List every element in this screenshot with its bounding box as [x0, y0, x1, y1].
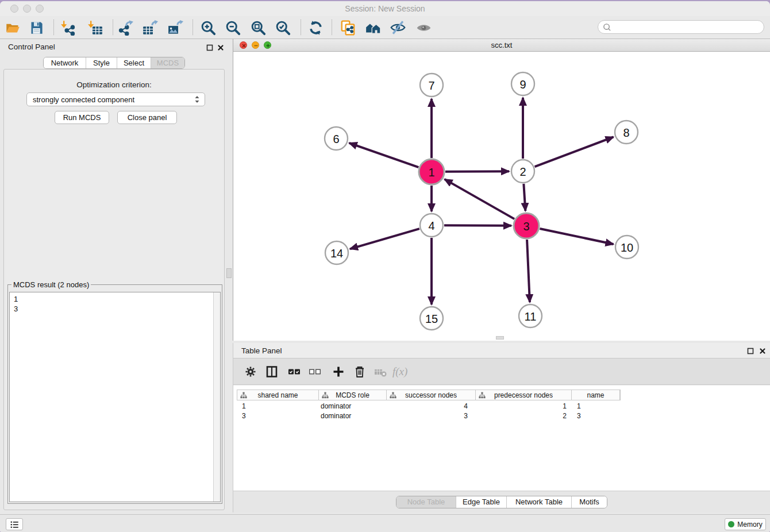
graph-edge-2-3[interactable]: [523, 184, 525, 211]
graph-edge-1-2[interactable]: [445, 171, 509, 172]
result-scrollbar[interactable]: [213, 292, 220, 502]
column-header-predecessor-nodes[interactable]: predecessor nodes: [476, 390, 572, 400]
graph-edge-2-8[interactable]: [535, 137, 614, 167]
hide-columns-icon[interactable]: [307, 364, 322, 379]
task-history-button[interactable]: [6, 518, 23, 530]
graph-node-8[interactable]: 8: [615, 121, 638, 144]
open-session-icon[interactable]: [4, 19, 21, 36]
node-table-header: shared name MCDS role successor nodes pr…: [237, 390, 621, 400]
window-title: Session: New Session: [0, 4, 770, 13]
delete-columns-icon[interactable]: [352, 364, 367, 379]
toolbar-separator: [113, 20, 113, 35]
tab-style[interactable]: Style: [86, 57, 117, 68]
toolbar-separator: [332, 20, 332, 35]
search-icon: [603, 23, 611, 32]
control-panel: Control Panel Network Style Select MCDS …: [0, 39, 228, 514]
tab-network-table[interactable]: Network Table: [506, 496, 571, 508]
table-toolbar: f(x): [233, 358, 770, 385]
mcds-result-legend: MCDS result (2 nodes): [11, 280, 91, 289]
column-header-successor-nodes[interactable]: successor nodes: [387, 390, 476, 400]
export-image-icon[interactable]: [167, 19, 184, 36]
graph-node-2[interactable]: 2: [511, 160, 534, 183]
column-header-shared-name[interactable]: shared name: [237, 390, 319, 400]
table-row[interactable]: 3dominator323: [237, 411, 767, 421]
show-eye-icon[interactable]: [415, 19, 432, 36]
graph-svg[interactable]: 7968124314101511: [233, 52, 770, 341]
column-header-mcds-role[interactable]: MCDS role: [319, 390, 387, 400]
create-column-icon[interactable]: [331, 364, 346, 379]
table-cell: 1: [237, 402, 318, 410]
graph-edge-3-11[interactable]: [527, 240, 530, 302]
tab-edge-table[interactable]: Edge Table: [456, 496, 506, 508]
export-network-icon[interactable]: [117, 19, 134, 36]
graph-node-10[interactable]: 10: [615, 236, 638, 259]
graph-node-6[interactable]: 6: [325, 127, 348, 150]
search-input[interactable]: [611, 21, 764, 33]
column-label: name: [587, 391, 604, 399]
float-panel-icon[interactable]: [206, 44, 213, 51]
canvas-splitter-handle[interactable]: [496, 336, 504, 340]
column-header-name[interactable]: name: [572, 390, 620, 400]
zoom-selected-icon[interactable]: [274, 19, 291, 36]
graph-node-11[interactable]: 11: [519, 304, 542, 327]
export-table-icon[interactable]: [141, 19, 159, 36]
table-cell: 3: [386, 412, 475, 420]
network-canvas[interactable]: 7968124314101511: [233, 52, 770, 341]
graph-node-9[interactable]: 9: [511, 72, 534, 95]
run-mcds-button[interactable]: Run MCDS: [55, 111, 109, 124]
float-table-panel-icon[interactable]: [746, 347, 754, 354]
tab-network[interactable]: Network: [44, 57, 86, 68]
show-columns-icon[interactable]: [287, 364, 302, 379]
network-title: scc.txt: [233, 41, 770, 49]
tab-motifs[interactable]: Motifs: [571, 496, 607, 508]
criterion-dropdown[interactable]: strongly connected component: [26, 92, 205, 106]
zoom-out-icon[interactable]: [224, 19, 241, 36]
graph-edge-4-14[interactable]: [350, 229, 419, 249]
column-label: successor nodes: [405, 391, 457, 399]
close-panel-button[interactable]: Close panel: [117, 111, 177, 124]
table-row[interactable]: 1dominator411: [237, 401, 767, 411]
toolbar-separator: [301, 20, 301, 35]
graph-edge-3-10[interactable]: [540, 229, 613, 244]
main-toolbar: [0, 16, 770, 39]
graph-node-14[interactable]: 14: [325, 241, 348, 264]
settings-gear-icon[interactable]: [243, 364, 258, 379]
criterion-value: strongly connected component: [33, 95, 193, 104]
table-panel: Table Panel: [233, 343, 770, 512]
panel-splitter-handle[interactable]: [226, 268, 232, 278]
refresh-icon[interactable]: [307, 19, 324, 36]
zoom-in-icon[interactable]: [199, 19, 217, 36]
mcds-result-area[interactable]: 1 3: [9, 292, 221, 502]
table-cell: 1: [571, 402, 619, 410]
graph-node-4[interactable]: 4: [420, 214, 443, 237]
list-icon: [9, 519, 20, 530]
first-neighbors-icon[interactable]: [364, 19, 382, 36]
tab-select[interactable]: Select: [117, 57, 151, 68]
graph-node-1[interactable]: 1: [419, 159, 444, 184]
import-table-icon[interactable]: [86, 19, 103, 36]
zoom-fit-icon[interactable]: [249, 19, 267, 36]
memory-button[interactable]: Memory: [725, 518, 766, 530]
close-table-panel-icon[interactable]: [759, 347, 766, 354]
graph-edge-4-3[interactable]: [444, 225, 511, 226]
control-panel-tabs: Network Style Select MCDS: [0, 57, 228, 69]
graph-node-15[interactable]: 15: [420, 307, 443, 330]
import-network-icon[interactable]: [59, 19, 76, 36]
graph-edge-1-6[interactable]: [349, 143, 419, 167]
toggle-column-view-icon[interactable]: [264, 364, 279, 379]
graph-node-3[interactable]: 3: [514, 213, 539, 238]
graph-node-7[interactable]: 7: [420, 74, 443, 97]
graph-edge-3-1[interactable]: [445, 179, 515, 219]
clone-network-icon[interactable]: [339, 19, 356, 36]
tab-node-table[interactable]: Node Table: [396, 496, 456, 508]
tab-mcds[interactable]: MCDS: [151, 57, 184, 68]
main-titlebar: Session: New Session: [0, 1, 770, 16]
close-panel-icon[interactable]: [217, 44, 224, 51]
table-cell: 1: [475, 402, 571, 410]
hide-eye-icon[interactable]: [389, 19, 406, 36]
toolbar-separator: [53, 20, 54, 35]
mcds-result-text: 1 3: [14, 294, 18, 314]
mcds-tab-content: Optimization criterion: strongly connect…: [3, 69, 225, 510]
save-session-icon[interactable]: [28, 19, 45, 36]
tree-icon: [322, 392, 329, 400]
